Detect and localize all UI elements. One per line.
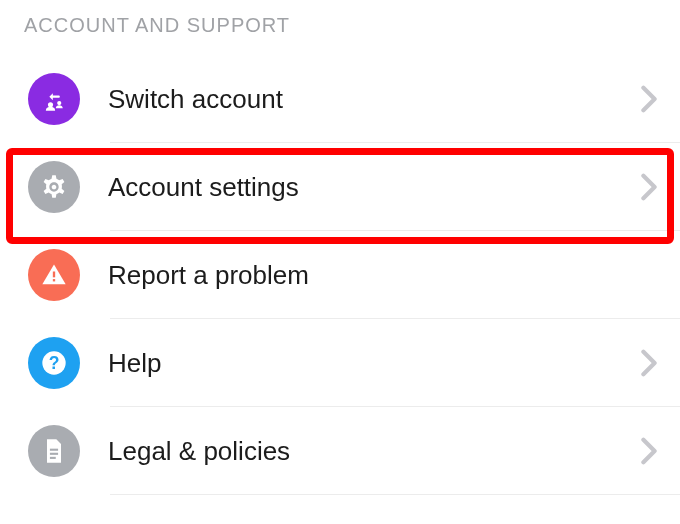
menu-item-label: Report a problem xyxy=(108,260,658,291)
chevron-right-icon xyxy=(640,85,658,113)
gear-icon xyxy=(28,161,80,213)
chevron-right-icon xyxy=(640,173,658,201)
chevron-right-icon xyxy=(640,437,658,465)
svg-rect-6 xyxy=(50,449,58,451)
svg-point-0 xyxy=(48,102,53,107)
menu-item-legal-policies[interactable]: Legal & policies xyxy=(0,407,680,495)
menu-item-label: Account settings xyxy=(108,172,640,203)
chevron-right-icon xyxy=(640,349,658,377)
svg-text:?: ? xyxy=(49,353,60,373)
section-header: ACCOUNT AND SUPPORT xyxy=(0,0,680,55)
menu-item-label: Switch account xyxy=(108,84,640,115)
svg-rect-8 xyxy=(50,457,56,459)
svg-rect-3 xyxy=(53,279,55,281)
settings-section: ACCOUNT AND SUPPORT Switch account xyxy=(0,0,680,495)
menu-item-switch-account[interactable]: Switch account xyxy=(0,55,680,143)
help-icon: ? xyxy=(28,337,80,389)
menu-item-label: Legal & policies xyxy=(108,436,640,467)
menu-item-help[interactable]: ? Help xyxy=(0,319,680,407)
menu-item-report-problem[interactable]: Report a problem xyxy=(0,231,680,319)
settings-list: Switch account Account settings xyxy=(0,55,680,495)
switch-account-icon xyxy=(28,73,80,125)
menu-item-label: Help xyxy=(108,348,640,379)
document-icon xyxy=(28,425,80,477)
svg-rect-7 xyxy=(50,453,58,455)
svg-point-1 xyxy=(57,101,61,105)
alert-icon xyxy=(28,249,80,301)
svg-rect-2 xyxy=(53,272,55,278)
menu-item-account-settings[interactable]: Account settings xyxy=(0,143,680,231)
